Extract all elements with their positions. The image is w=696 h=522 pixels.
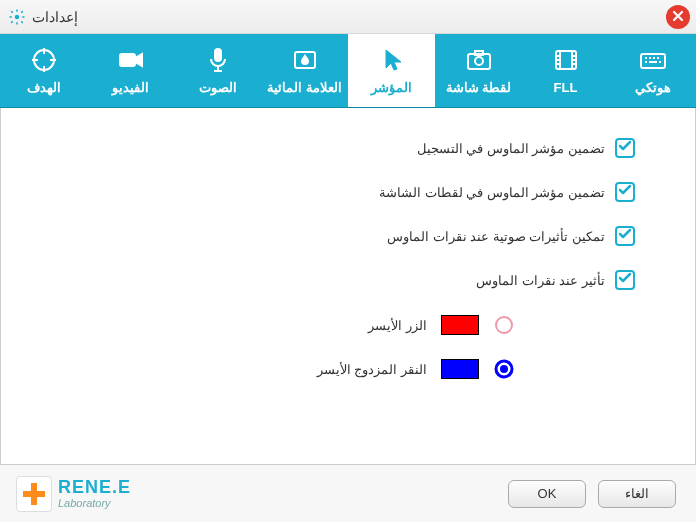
tab-label: المؤشر [371,80,412,95]
tab-fll[interactable]: FLL [522,34,609,107]
left-button-color-swatch[interactable] [441,315,479,335]
svg-rect-2 [120,54,135,66]
footer: RENE.E Laboratory OK الغاء [0,464,696,522]
keyboard-icon [639,46,667,74]
tab-label: الهدف [27,80,61,95]
checkbox-effect-on-click[interactable] [615,270,635,290]
checkbox-label: تأثير عند نقرات الماوس [476,273,605,288]
logo-plus-icon [16,476,52,512]
double-click-color-row: النقر المزدوج الأيسر [41,358,515,380]
film-icon [552,46,580,74]
check-icon [618,183,632,201]
tab-watermark[interactable]: العلامة المائية [261,34,348,107]
tab-screenshot[interactable]: لقطة شاشة [435,34,522,107]
tab-target[interactable]: الهدف [0,34,87,107]
checkbox-enable-sound-click[interactable] [615,226,635,246]
video-icon [117,46,145,74]
click-color-section: الزر الأيسر النقر المزدوج الأيسر [41,314,635,380]
checkbox-include-cursor-recording[interactable] [615,138,635,158]
double-click-color-label: النقر المزدوج الأيسر [317,362,427,377]
cursor-icon [378,46,406,74]
microphone-icon [204,46,232,74]
left-button-color-label: الزر الأيسر [368,318,427,333]
option-include-cursor-recording: تضمين مؤشر الماوس في التسجيل [41,138,635,158]
checkbox-label: تمكين تأثيرات صوتية عند نقرات الماوس [387,229,605,244]
tab-label: الصوت [199,80,237,95]
check-icon [618,271,632,289]
title-bar: إعدادات [0,0,696,34]
cursor-settings-pane: تضمين مؤشر الماوس في التسجيل تضمين مؤشر … [0,108,696,464]
checkbox-include-cursor-screenshot[interactable] [615,182,635,202]
camera-icon [465,46,493,74]
settings-gear-icon [8,8,26,26]
left-button-color-row: الزر الأيسر [41,314,515,336]
tab-cursor[interactable]: المؤشر [348,34,435,107]
option-include-cursor-screenshot: تضمين مؤشر الماوس في لقطات الشاشة [41,182,635,202]
tab-video[interactable]: الفيديو [87,34,174,107]
check-icon [618,227,632,245]
ok-button[interactable]: OK [508,480,586,508]
close-icon [672,8,684,26]
window-title: إعدادات [32,9,78,25]
tab-label: الفيديو [112,80,149,95]
target-icon [30,46,58,74]
radio-left-button[interactable] [493,314,515,336]
svg-point-6 [475,57,483,65]
cancel-button[interactable]: الغاء [598,480,676,508]
brand-logo: RENE.E Laboratory [16,476,131,512]
tab-bar: الهدف الفيديو الصوت العلامة المائية المؤ… [0,34,696,108]
svg-point-10 [496,317,512,333]
tab-label: العلامة المائية [267,80,342,95]
option-effect-on-click: تأثير عند نقرات الماوس [41,270,635,290]
svg-rect-3 [215,49,221,61]
svg-point-0 [15,14,20,19]
close-button[interactable] [666,5,690,29]
check-icon [618,139,632,157]
double-click-color-swatch[interactable] [441,359,479,379]
radio-double-click[interactable] [493,358,515,380]
tab-hotkey[interactable]: هوتكي [609,34,696,107]
tab-audio[interactable]: الصوت [174,34,261,107]
watermark-icon [291,46,319,74]
tab-label: FLL [554,80,578,95]
brand-name: RENE.E [58,478,131,496]
tab-label: هوتكي [635,80,671,95]
checkbox-label: تضمين مؤشر الماوس في التسجيل [417,141,605,156]
tab-label: لقطة شاشة [446,80,512,95]
brand-subtitle: Laboratory [58,498,131,509]
checkbox-label: تضمين مؤشر الماوس في لقطات الشاشة [379,185,605,200]
svg-point-12 [500,365,508,373]
option-enable-sound-click: تمكين تأثيرات صوتية عند نقرات الماوس [41,226,635,246]
